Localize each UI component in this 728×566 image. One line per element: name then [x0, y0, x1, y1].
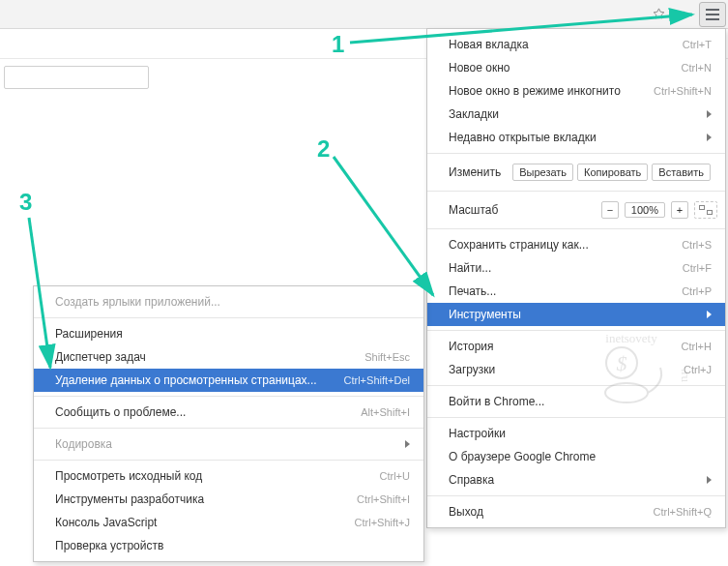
menu-label: Просмотреть исходный код — [55, 469, 202, 483]
menu-shortcut: Ctrl+J — [684, 364, 712, 375]
menu-label: Удаление данных о просмотренных страница… — [55, 373, 317, 387]
menu-label: Войти в Chrome... — [449, 395, 544, 408]
menu-label: Выход — [449, 505, 483, 519]
tab-chevron-button[interactable] — [672, 2, 699, 27]
fullscreen-button[interactable] — [694, 201, 717, 219]
menu-shortcut: Ctrl+S — [682, 239, 712, 251]
callout-2: 2 — [317, 135, 330, 163]
svg-rect-1 — [708, 211, 713, 215]
paste-button[interactable]: Вставить — [652, 164, 711, 181]
copy-button[interactable]: Копировать — [577, 164, 648, 181]
menu-exit[interactable]: ВыходCtrl+Shift+Q — [427, 500, 725, 523]
menu-shortcut: Ctrl+Shift+N — [654, 85, 712, 97]
menu-recent-tabs[interactable]: Недавно открытые вкладки — [427, 126, 725, 149]
menu-downloads[interactable]: ЗагрузкиCtrl+J — [427, 358, 725, 381]
menu-shortcut: Ctrl+U — [380, 470, 410, 482]
svg-rect-0 — [700, 206, 705, 210]
menu-label: Консоль JavaScript — [55, 516, 157, 529]
star-icon — [652, 7, 666, 21]
cut-button[interactable]: Вырезать — [512, 164, 573, 181]
menu-separator — [427, 330, 725, 331]
tools-submenu: Создать ярлыки приложений... Расширения … — [33, 285, 424, 562]
menu-new-window[interactable]: Новое окноCtrl+N — [427, 56, 725, 79]
menu-shortcut: Ctrl+Shift+I — [357, 493, 410, 505]
menu-label: Диспетчер задач — [55, 350, 146, 364]
menu-incognito[interactable]: Новое окно в режиме инкогнитоCtrl+Shift+… — [427, 79, 725, 103]
callout-3: 3 — [19, 189, 32, 216]
menu-label: Расширения — [55, 327, 123, 341]
menu-label: Инструменты разработчика — [55, 492, 204, 506]
menu-label: Настройки — [449, 427, 506, 440]
menu-separator — [427, 191, 725, 192]
bookmark-star-button[interactable] — [645, 2, 672, 27]
zoom-out-button[interactable]: − — [601, 201, 619, 219]
submenu-dev-tools[interactable]: Инструменты разработчикаCtrl+Shift+I — [34, 488, 423, 511]
menu-find[interactable]: Найти...Ctrl+F — [427, 256, 725, 280]
svg-line-3 — [334, 157, 433, 295]
submenu-extensions[interactable]: Расширения — [34, 322, 423, 345]
menu-label: Сообщить о проблеме... — [55, 405, 186, 419]
menu-shortcut: Ctrl+F — [683, 262, 712, 274]
menu-label: Новая вкладка — [449, 38, 529, 51]
menu-separator — [34, 428, 423, 429]
menu-label: Загрузки — [449, 363, 495, 376]
menu-separator — [34, 317, 423, 318]
hamburger-icon — [706, 14, 719, 15]
menu-separator — [34, 396, 423, 397]
menu-separator — [427, 385, 725, 386]
zoom-label: Масштаб — [449, 203, 498, 217]
submenu-device-inspect[interactable]: Проверка устройств — [34, 534, 423, 557]
menu-separator — [427, 228, 725, 229]
menu-label: Новое окно — [449, 61, 510, 74]
menu-separator — [427, 153, 725, 154]
menu-shortcut: Ctrl+H — [682, 341, 712, 352]
callout-1: 1 — [332, 31, 344, 58]
submenu-js-console[interactable]: Консоль JavaScriptCtrl+Shift+J — [34, 511, 423, 534]
menu-signin[interactable]: Войти в Chrome... — [427, 390, 725, 413]
menu-separator — [427, 495, 725, 496]
submenu-arrow-icon — [707, 134, 712, 141]
menu-label: История — [449, 340, 494, 353]
submenu-encoding[interactable]: Кодировка — [34, 432, 423, 456]
menu-label: Инструменты — [449, 308, 521, 321]
menu-bookmarks[interactable]: Закладки — [427, 103, 725, 126]
menu-about[interactable]: О браузере Google Chrome — [427, 445, 725, 468]
menu-label: Справка — [449, 473, 494, 487]
menu-tools[interactable]: Инструменты — [427, 303, 725, 326]
submenu-report-issue[interactable]: Сообщить о проблеме...Alt+Shift+I — [34, 401, 423, 424]
submenu-arrow-icon — [707, 476, 712, 484]
search-input[interactable] — [4, 66, 149, 89]
menu-separator — [34, 460, 423, 461]
submenu-view-source[interactable]: Просмотреть исходный кодCtrl+U — [34, 464, 423, 488]
menu-label: О браузере Google Chrome — [449, 450, 596, 463]
menu-print[interactable]: Печать...Ctrl+P — [427, 280, 725, 303]
chrome-menu-button[interactable] — [699, 2, 726, 27]
menu-label: Закладки — [449, 107, 499, 121]
menu-save-page[interactable]: Сохранить страницу как...Ctrl+S — [427, 233, 725, 256]
chrome-main-menu: Новая вкладкаCtrl+T Новое окноCtrl+N Нов… — [426, 28, 726, 528]
menu-shortcut: Ctrl+Shift+Q — [653, 506, 712, 518]
menu-separator — [427, 417, 725, 418]
browser-toolbar — [0, 0, 728, 29]
menu-shortcut: Ctrl+P — [682, 285, 712, 297]
caret-right-icon — [679, 8, 692, 21]
zoom-value: 100% — [625, 202, 665, 218]
menu-history[interactable]: ИсторияCtrl+H — [427, 335, 725, 358]
menu-label: Найти... — [449, 261, 491, 275]
menu-settings[interactable]: Настройки — [427, 422, 725, 445]
submenu-create-shortcuts: Создать ярлыки приложений... — [34, 290, 423, 313]
menu-new-tab[interactable]: Новая вкладкаCtrl+T — [427, 33, 725, 56]
submenu-arrow-icon — [405, 440, 410, 448]
menu-label: Создать ярлыки приложений... — [55, 295, 220, 309]
submenu-task-manager[interactable]: Диспетчер задачShift+Esc — [34, 345, 423, 369]
menu-label: Новое окно в режиме инкогнито — [449, 84, 621, 98]
menu-shortcut: Ctrl+Shift+Del — [344, 374, 410, 386]
fullscreen-icon — [699, 205, 713, 215]
menu-help[interactable]: Справка — [427, 468, 725, 492]
zoom-in-button[interactable]: + — [671, 201, 688, 219]
edit-label: Изменить — [449, 165, 501, 179]
menu-shortcut: Shift+Esc — [364, 351, 410, 363]
submenu-arrow-icon — [707, 110, 712, 118]
menu-shortcut: Alt+Shift+I — [361, 406, 410, 418]
submenu-clear-browsing-data[interactable]: Удаление данных о просмотренных страница… — [34, 369, 423, 392]
